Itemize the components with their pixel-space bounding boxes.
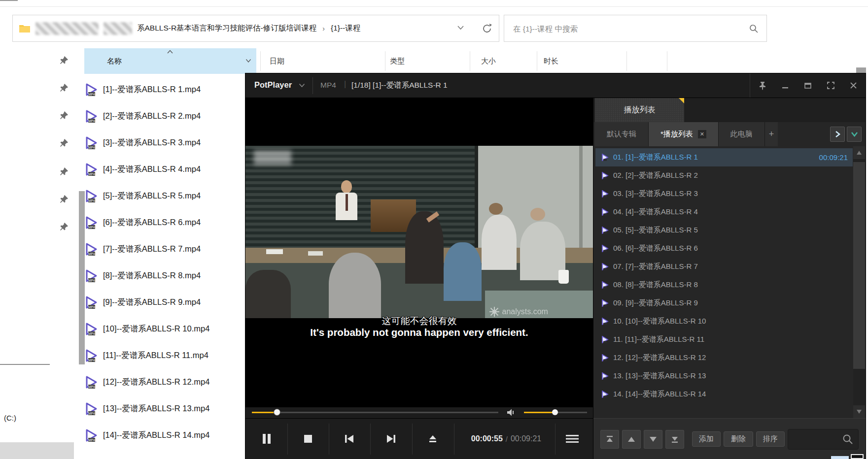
file-name: [3]--爱谱系ABLLS-R 3.mp4: [103, 137, 201, 148]
playlist-panel-tab[interactable]: 播放列表: [595, 98, 684, 122]
breadcrumb-folder[interactable]: 系ABLLS-R基本语言和学习技能评估-修订版培训课程: [137, 23, 316, 33]
tab-scroll-right-icon[interactable]: [830, 127, 845, 142]
search-box[interactable]: [504, 15, 767, 42]
tab-list-chevron-icon[interactable]: [847, 127, 862, 142]
playlist-item[interactable]: 09. [9]--爱谱系ABLLS-R 9: [595, 294, 853, 312]
album-tab[interactable]: 此电脑 ✕: [719, 122, 765, 146]
nav-item-highlight[interactable]: [0, 442, 74, 459]
playlist-item-label: 14. [14]--爱谱系ABLLS-R 14: [613, 390, 706, 399]
move-up-button[interactable]: [622, 430, 641, 449]
move-to-top-button[interactable]: [600, 430, 619, 449]
stop-button[interactable]: [300, 430, 316, 447]
move-down-button[interactable]: [644, 430, 662, 449]
pause-button[interactable]: [258, 430, 275, 447]
column-separator: [667, 51, 667, 71]
playlist-item[interactable]: 02. [2]--爱谱系ABLLS-R 2: [595, 166, 853, 185]
seek-handle[interactable]: [274, 409, 280, 416]
svg-text:MP4: MP4: [88, 146, 95, 149]
pin-icon[interactable]: [59, 55, 69, 65]
search-icon[interactable]: [749, 24, 759, 33]
playlist-search-field[interactable]: [788, 429, 859, 450]
close-button[interactable]: [845, 77, 862, 94]
svg-text:MP4: MP4: [88, 305, 95, 309]
wall-frame: [475, 146, 478, 253]
drive-label[interactable]: (C:): [4, 414, 16, 422]
volume-handle[interactable]: [552, 409, 558, 415]
always-on-top-pin-icon[interactable]: [754, 77, 771, 94]
previous-button[interactable]: [341, 430, 358, 447]
seek-bar[interactable]: [252, 412, 498, 413]
refresh-icon[interactable]: [481, 23, 493, 34]
column-header-type[interactable]: 类型: [386, 48, 469, 74]
move-to-bottom-button[interactable]: [665, 430, 684, 449]
playlist-item-play-icon: [601, 190, 609, 197]
new-album-tab-button[interactable]: +: [765, 122, 778, 146]
playlist-item[interactable]: 03. [3]--爱谱系ABLLS-R 3: [595, 185, 853, 203]
scroll-down-icon[interactable]: [853, 405, 865, 418]
video-file-icon: MP4: [84, 163, 98, 176]
playlist-item[interactable]: 11. [11]--爱谱系ABLLS-R 11: [595, 330, 853, 349]
video-file-icon: MP4: [84, 216, 98, 230]
pin-icon[interactable]: [59, 83, 69, 93]
potplayer-window: PotPlayer MP4 | [1/18] [1]--爱谱系ABLLS-R 1: [245, 73, 866, 459]
column-header-size[interactable]: 大小: [477, 48, 535, 74]
app-name[interactable]: PotPlayer: [254, 80, 292, 90]
titlebar-separator: [312, 77, 313, 94]
playlist-search-icon: [842, 434, 853, 445]
playlist-item-label: 04. [4]--爱谱系ABLLS-R 4: [613, 207, 698, 217]
app-menu-chevron-icon[interactable]: [299, 83, 305, 88]
search-input[interactable]: [512, 15, 745, 42]
pin-icon[interactable]: [59, 194, 69, 204]
subtitle-zh: 这可能不会很有效: [245, 315, 593, 328]
scrollbar-thumb[interactable]: [853, 162, 865, 369]
playlist-item-label: 01. [1]--爱谱系ABLLS-R 1: [613, 153, 698, 162]
playlist-item[interactable]: 07. [7]--爱谱系ABLLS-R 7: [595, 258, 853, 276]
file-name: [6]--爱谱系ABLLS-R 6.mp4: [103, 217, 201, 228]
playlist-item[interactable]: 04. [4]--爱谱系ABLLS-R 4: [595, 203, 853, 221]
video-area[interactable]: analysts.com 这可能不会很有效 It's probably not …: [245, 98, 593, 407]
next-button[interactable]: [382, 430, 399, 447]
sort-button[interactable]: 排序: [756, 431, 785, 447]
svg-text:MP4: MP4: [88, 359, 95, 362]
delete-button[interactable]: 删除: [724, 431, 753, 447]
menu-hamburger-icon[interactable]: [564, 430, 581, 447]
fullscreen-button[interactable]: [822, 77, 839, 94]
pin-icon[interactable]: [59, 222, 69, 231]
playlist-item[interactable]: 12. [12]--爱谱系ABLLS-R 12: [595, 349, 853, 367]
playlist-scrollbar[interactable]: [853, 146, 865, 418]
volume-icon[interactable]: [507, 408, 517, 417]
scroll-up-icon[interactable]: [853, 146, 865, 159]
video-file-icon: MP4: [84, 83, 98, 97]
breadcrumb-current-folder[interactable]: {1}--课程: [331, 23, 360, 33]
address-dropdown-chevron-icon[interactable]: [457, 25, 464, 30]
address-bar[interactable]: 系ABLLS-R基本语言和学习技能评估-修订版培训课程 › {1}--课程: [12, 15, 499, 42]
file-name: [12]--爱谱系ABLLS-R 12.mp4: [103, 377, 209, 388]
playlist-item[interactable]: 10. [10]--爱谱系ABLLS-R 10: [595, 312, 853, 330]
screenshot-root: 系ABLLS-R基本语言和学习技能评估-修订版培训课程 › {1}--课程 名称: [0, 0, 868, 459]
pin-icon[interactable]: [59, 138, 69, 148]
minimize-button[interactable]: [777, 77, 794, 94]
playlist-item[interactable]: 14. [14]--爱谱系ABLLS-R 14: [595, 385, 853, 403]
column-filter-chevron-icon[interactable]: [245, 59, 251, 63]
pin-icon[interactable]: [59, 110, 69, 120]
playlist-item[interactable]: 13. [13]--爱谱系ABLLS-R 13: [595, 367, 853, 385]
eject-button[interactable]: [424, 430, 441, 447]
playlist-item[interactable]: 08. [8]--爱谱系ABLLS-R 8: [595, 276, 853, 294]
maximize-button[interactable]: [799, 77, 816, 94]
playlist-panel: 播放列表 默认专辑 ✕ *播放列表: [593, 98, 866, 459]
playlist-item[interactable]: 01. [1]--爱谱系ABLLS-R 1 00:09:21: [595, 148, 853, 166]
column-header-date[interactable]: 日期: [266, 48, 384, 74]
player-titlebar[interactable]: PotPlayer MP4 | [1/18] [1]--爱谱系ABLLS-R 1: [245, 73, 866, 98]
volume-bar[interactable]: [524, 412, 587, 413]
album-tab[interactable]: *播放列表 ✕: [649, 122, 719, 146]
column-header-duration[interactable]: 时长: [540, 48, 625, 74]
video-file-icon: MP4: [84, 375, 98, 389]
add-button[interactable]: 添加: [692, 431, 721, 447]
tab-close-icon[interactable]: ✕: [698, 130, 706, 138]
speaker-head: [341, 180, 352, 193]
playlist-item[interactable]: 06. [6]--爱谱系ABLLS-R 6: [595, 239, 853, 258]
nav-pane-scrollbar[interactable]: [79, 191, 85, 364]
playlist-item[interactable]: 05. [5]--爱谱系ABLLS-R 5: [595, 221, 853, 239]
pin-icon[interactable]: [59, 166, 69, 176]
album-tab[interactable]: 默认专辑 ✕: [595, 122, 649, 146]
